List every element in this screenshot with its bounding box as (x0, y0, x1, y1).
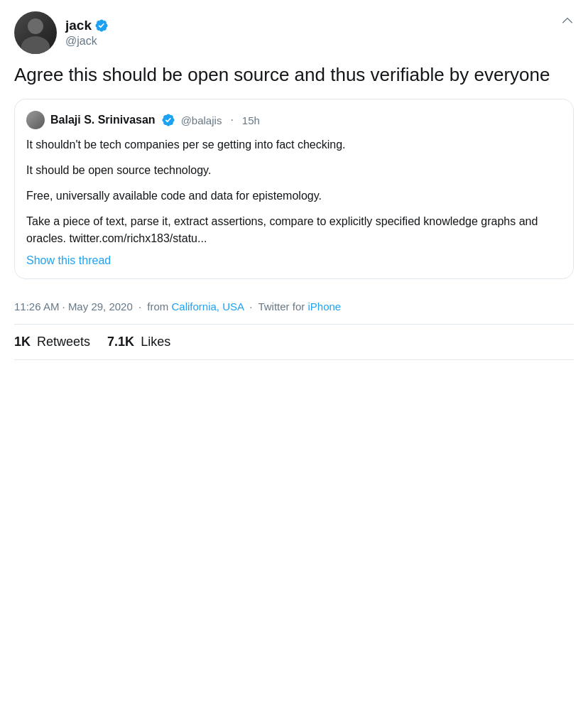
tweet-header-left: jack @jack (14, 11, 109, 54)
likes-label: Likes (141, 335, 170, 349)
display-name-row: jack (65, 18, 109, 33)
tweet-body: Agree this should be open source and thu… (14, 63, 574, 360)
quoted-verified-badge-icon (161, 113, 175, 127)
user-info: jack @jack (65, 18, 109, 48)
retweets-count: 1K (14, 335, 31, 349)
quoted-tweet-header: Balaji S. Srinivasan @balajis · 15h (26, 111, 562, 129)
quoted-tweet[interactable]: Balaji S. Srinivasan @balajis · 15h It s… (14, 99, 574, 279)
username[interactable]: @jack (65, 35, 109, 48)
more-options-icon[interactable] (561, 14, 574, 31)
quoted-paragraph-3: Free, universally available code and dat… (26, 188, 562, 205)
avatar[interactable] (14, 11, 57, 54)
dot-separator: · (230, 114, 233, 126)
tweet-meta: 11:26 AM · May 29, 2020 · from Californi… (14, 290, 574, 324)
platform-link[interactable]: iPhone (307, 300, 341, 313)
retweets-label: Retweets (37, 335, 90, 349)
tweet-container: jack @jack Agree this should be open sou… (0, 0, 588, 360)
quoted-paragraph-2: It should be open source technology. (26, 162, 562, 179)
meta-dot-1: · (138, 300, 141, 313)
quoted-paragraph-4: Take a piece of text, parse it, extract … (26, 213, 562, 247)
tweet-text: Agree this should be open source and thu… (14, 63, 574, 87)
likes-stat[interactable]: 7.1K Likes (107, 335, 170, 349)
from-label: from (147, 300, 168, 313)
quoted-tweet-text: It shouldn't be tech companies per se ge… (26, 136, 562, 247)
likes-count: 7.1K (107, 335, 134, 349)
quoted-time: 15h (242, 114, 260, 126)
quoted-paragraph-1: It shouldn't be tech companies per se ge… (26, 136, 562, 153)
quoted-display-name: Balaji S. Srinivasan (50, 114, 156, 126)
location-link[interactable]: California, USA (171, 300, 244, 313)
meta-dot-2: · (249, 300, 252, 313)
quoted-avatar (26, 111, 45, 129)
tweet-header: jack @jack (14, 11, 574, 54)
tweet-timestamp: 11:26 AM · May 29, 2020 (14, 300, 133, 313)
quoted-username: @balajis (181, 114, 222, 126)
via-label: Twitter for (258, 300, 305, 313)
tweet-stats: 1K Retweets 7.1K Likes (14, 325, 574, 359)
verified-badge-icon (94, 18, 109, 33)
show-thread-link[interactable]: Show this thread (26, 254, 562, 267)
divider-2 (14, 359, 574, 360)
display-name[interactable]: jack (65, 18, 92, 33)
retweets-stat[interactable]: 1K Retweets (14, 335, 90, 349)
